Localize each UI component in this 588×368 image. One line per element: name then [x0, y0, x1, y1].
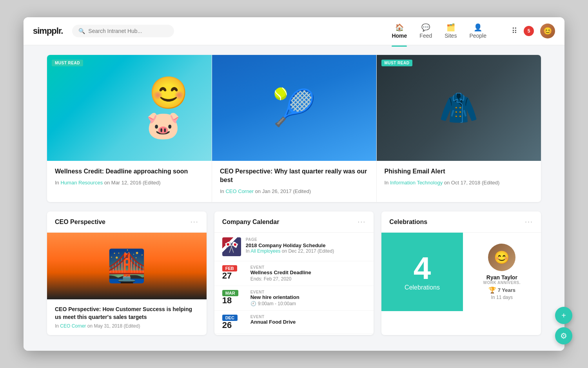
article-date-phishing: Oct 17, 2018 (Edited): [451, 180, 500, 186]
celebrations-label: Celebrations: [405, 284, 440, 291]
celebrations-number: 4: [414, 253, 431, 284]
event-title-orientation: New hire orientation: [250, 294, 366, 300]
calendar-item-type-holiday: PAGE: [246, 237, 366, 242]
ceo-image-bg: [212, 55, 376, 161]
category-link-ceo[interactable]: CEO Corner: [225, 188, 254, 194]
widget-menu-calendar[interactable]: ···: [358, 218, 366, 226]
logo[interactable]: simpplr.: [33, 26, 63, 36]
search-input[interactable]: [88, 28, 168, 34]
event-date-feb: FEB 27: [222, 265, 246, 280]
ceo-widget-category[interactable]: CEO Corner: [60, 323, 86, 329]
calendar-item-title-holiday: 2018 Company Holiday Schedule: [246, 242, 366, 248]
grid-icon[interactable]: ⠿: [512, 26, 517, 36]
ceo-widget-title: CEO Perspective: How Customer Success is…: [55, 306, 199, 321]
nav-item-sites[interactable]: 🗂️ Sites: [445, 23, 457, 39]
article-meta-phishing: In Information Technology on Oct 17, 201…: [385, 180, 534, 186]
nav-right: ⠿ 5 😊: [512, 24, 555, 38]
event-subtitle-orientation: 🕘 9:00am - 10:00am: [250, 301, 366, 306]
article-info-wellness: Wellness Credit: Deadline approaching so…: [47, 161, 212, 202]
event-type-orientation: EVENT: [250, 290, 366, 294]
widget-menu-ceo[interactable]: ···: [191, 218, 199, 226]
nav-label-sites: Sites: [445, 33, 457, 39]
event-subtitle-wellness: Ends: Feb 27, 2020: [250, 276, 366, 282]
widget-celebrations: Celebrations ··· 4 Celebrations 😊 Ryan T…: [381, 211, 541, 335]
calendar-event-dec[interactable]: DEC 26 EVENT Annual Food Drive: [214, 311, 374, 334]
trophy-row: 🏆 7 Years: [488, 286, 515, 294]
ceo-widget-date: May 31, 2018 (Edited): [94, 323, 140, 329]
main-content: MUST READ Wellness Credit: Deadline appr…: [24, 46, 564, 351]
calendar-event-mar[interactable]: MAR 18 EVENT New hire orientation 🕘 9:00…: [214, 286, 374, 311]
years-label: 7 Years: [498, 287, 515, 293]
widget-menu-celebrations[interactable]: ···: [525, 218, 533, 226]
feed-icon: 💬: [421, 23, 430, 32]
navbar: simpplr. 🔍 🏠 Home 💬 Feed 🗂️ Sites 👤 Peop…: [24, 17, 564, 46]
ceo-widget-image: [47, 233, 207, 299]
calendar-category-holiday[interactable]: All Employees: [250, 248, 280, 254]
notification-badge[interactable]: 5: [524, 26, 534, 36]
nav-label-people: People: [469, 33, 486, 39]
category-link-wellness[interactable]: Human Resources: [60, 180, 103, 186]
celebrations-right: 😊 Ryan Taylor WORK ANNIVERS. 🏆 7 Years I…: [463, 233, 541, 311]
calendar-date-holiday: Dec 22, 2017 (Edited): [288, 248, 334, 254]
article-date-wellness: Mar 12, 2016 (Edited): [111, 180, 161, 186]
article-title-ceo: CEO Perspective: Why last quarter really…: [220, 167, 368, 185]
browser-frame: simpplr. 🔍 🏠 Home 💬 Feed 🗂️ Sites 👤 Peop…: [24, 17, 564, 351]
sites-icon: 🗂️: [446, 23, 455, 32]
people-icon: 👤: [474, 23, 482, 32]
must-read-badge-wellness: MUST READ: [52, 60, 83, 66]
nav-item-feed[interactable]: 💬 Feed: [419, 23, 432, 39]
fab-settings-button[interactable]: ⚙: [555, 327, 572, 344]
widget-header-celebrations: Celebrations ···: [381, 211, 541, 233]
event-day-dec: 26: [222, 321, 232, 330]
ceo-widget-meta: In CEO Corner on May 31, 2018 (Edited): [55, 323, 199, 329]
clock-icon: 🕘: [250, 301, 256, 306]
user-avatar-nav[interactable]: 😊: [540, 24, 555, 38]
person-avatar-ryan[interactable]: 😊: [488, 244, 515, 271]
ceo-widget-info: CEO Perspective: How Customer Success is…: [47, 299, 207, 335]
article-card-wellness[interactable]: MUST READ Wellness Credit: Deadline appr…: [47, 55, 212, 202]
nav-label-home: Home: [392, 33, 407, 39]
event-date-mar: MAR 18: [222, 290, 246, 305]
widget-header-ceo: CEO Perspective ···: [47, 211, 207, 233]
search-icon: 🔍: [78, 28, 85, 34]
celebrations-left: 4 Celebrations: [381, 233, 463, 311]
article-image-wellness: MUST READ: [47, 55, 212, 161]
article-info-phishing: Phishing Email Alert In Information Tech…: [377, 161, 541, 202]
widget-title-calendar: Company Calendar: [222, 219, 279, 226]
right-articles: CEO Perspective: Why last quarter really…: [212, 55, 541, 202]
calendar-page-item[interactable]: 🎌 PAGE 2018 Company Holiday Schedule In …: [214, 233, 374, 261]
top-articles: MUST READ Wellness Credit: Deadline appr…: [47, 55, 541, 202]
celebrations-content: 4 Celebrations 😊 Ryan Taylor WORK ANNIVE…: [381, 233, 541, 311]
wellness-image: [47, 55, 212, 161]
person-name-ryan: Ryan Taylor: [486, 274, 517, 281]
event-info-wellness-deadline: EVENT Wellness Credit Deadline Ends: Feb…: [250, 265, 366, 282]
fab-add-button[interactable]: +: [555, 307, 572, 324]
article-date-ceo: Jan 26, 2017 (Edited): [262, 188, 311, 194]
fab-container: + ⚙: [555, 307, 572, 344]
widget-company-calendar: Company Calendar ··· 🎌 PAGE 2018 Company…: [214, 211, 374, 335]
in-days: In 11 days: [491, 295, 513, 300]
event-type-food-drive: EVENT: [250, 315, 366, 319]
event-info-orientation: EVENT New hire orientation 🕘 9:00am - 10…: [250, 290, 366, 306]
search-bar[interactable]: 🔍: [72, 25, 174, 37]
article-image-phishing: MUST READ: [377, 55, 541, 161]
category-link-phishing[interactable]: Information Technology: [390, 180, 443, 186]
nav-item-home[interactable]: 🏠 Home: [392, 23, 407, 39]
calendar-item-info-holiday: PAGE 2018 Company Holiday Schedule In Al…: [246, 237, 366, 254]
nav-item-people[interactable]: 👤 People: [469, 23, 486, 39]
event-day-mar: 18: [222, 296, 232, 305]
article-card-phishing[interactable]: MUST READ Phishing Email Alert In Inform…: [377, 55, 541, 202]
event-title-food-drive: Annual Food Drive: [250, 319, 366, 325]
trophy-icon: 🏆: [488, 286, 496, 294]
calendar-event-feb[interactable]: FEB 27 EVENT Wellness Credit Deadline En…: [214, 261, 374, 286]
widget-title-ceo: CEO Perspective: [55, 219, 105, 226]
home-icon: 🏠: [395, 23, 404, 32]
article-card-ceo-perspective[interactable]: CEO Perspective: Why last quarter really…: [212, 55, 377, 202]
event-info-food-drive: EVENT Annual Food Drive: [250, 315, 366, 326]
article-meta-ceo: In CEO Corner on Jan 26, 2017 (Edited): [220, 188, 368, 194]
article-title-phishing: Phishing Email Alert: [385, 167, 534, 176]
bottom-widgets: CEO Perspective ··· CEO Perspective: How…: [47, 211, 541, 335]
article-title-wellness: Wellness Credit: Deadline approaching so…: [55, 167, 204, 176]
person-subtitle-ryan: WORK ANNIVERS.: [483, 281, 521, 285]
phishing-image-bg: [377, 55, 541, 161]
